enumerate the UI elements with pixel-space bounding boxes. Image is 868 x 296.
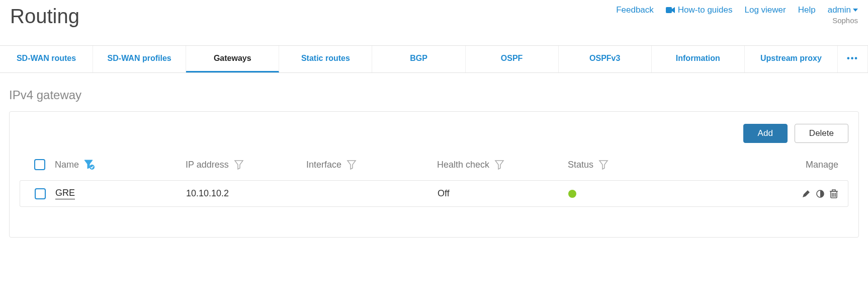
tab-more[interactable]: ••• <box>838 46 868 72</box>
col-ip-label: IP address <box>186 160 229 170</box>
svg-rect-0 <box>666 7 672 13</box>
filter-name-icon[interactable] <box>84 160 95 170</box>
admin-name: admin <box>828 5 851 15</box>
filter-ip-icon[interactable] <box>234 160 244 170</box>
col-status-label: Status <box>568 160 593 170</box>
main-section: IPv4 gateway Add Delete Name IP address <box>0 73 868 248</box>
tab-bgp[interactable]: BGP <box>372 46 465 72</box>
howto-guides-label: How-to guides <box>678 5 733 15</box>
toggle-icon[interactable] <box>816 189 825 198</box>
trash-icon[interactable] <box>830 189 838 198</box>
camera-icon <box>666 7 675 14</box>
tab-static-routes[interactable]: Static routes <box>279 46 372 72</box>
howto-guides-link[interactable]: How-to guides <box>666 5 733 15</box>
panel-actions: Add Delete <box>20 124 848 143</box>
gateway-health: Off <box>438 188 450 199</box>
row-checkbox[interactable] <box>35 188 46 199</box>
page-title: Routing <box>10 5 79 28</box>
section-title: IPv4 gateway <box>9 88 859 102</box>
tab-sdwan-profiles[interactable]: SD-WAN profiles <box>93 46 186 72</box>
tab-upstream-proxy[interactable]: Upstream proxy <box>745 46 838 72</box>
feedback-link[interactable]: Feedback <box>616 5 654 15</box>
gateway-table: Name IP address Interface <box>20 152 848 207</box>
gateway-panel: Add Delete Name IP address <box>9 111 859 238</box>
table-header-row: Name IP address Interface <box>20 152 848 177</box>
brand-label: Sophos <box>828 16 858 25</box>
filter-health-icon[interactable] <box>494 160 504 170</box>
page-header: Routing Feedback How-to guides Log viewe… <box>0 0 868 28</box>
select-all-checkbox[interactable] <box>34 159 45 170</box>
tab-ospf[interactable]: OSPF <box>466 46 559 72</box>
gateway-name-link[interactable]: GRE <box>55 188 75 199</box>
help-link[interactable]: Help <box>798 5 816 15</box>
caret-down-icon <box>853 9 858 12</box>
status-indicator-icon <box>568 190 576 198</box>
filter-status-icon[interactable] <box>598 160 609 170</box>
tab-information[interactable]: Information <box>652 46 745 72</box>
delete-button[interactable]: Delete <box>795 124 848 143</box>
tabs-bar: SD-WAN routes SD-WAN profiles Gateways S… <box>0 45 868 73</box>
col-interface-label: Interface <box>306 160 341 170</box>
log-viewer-link[interactable]: Log viewer <box>745 5 786 15</box>
edit-icon[interactable] <box>802 189 811 198</box>
svg-point-1 <box>90 165 95 170</box>
tab-sdwan-routes[interactable]: SD-WAN routes <box>0 46 93 72</box>
col-name-label: Name <box>55 160 79 170</box>
header-links: Feedback How-to guides Log viewer Help a… <box>616 5 858 25</box>
col-manage-label: Manage <box>806 160 838 170</box>
filter-interface-icon[interactable] <box>346 160 357 170</box>
table-row: GRE 10.10.10.2 Off <box>20 180 848 207</box>
user-menu: admin Sophos <box>828 5 858 25</box>
add-button[interactable]: Add <box>743 124 788 143</box>
col-health-label: Health check <box>437 160 489 170</box>
admin-dropdown[interactable]: admin <box>828 5 858 15</box>
gateway-ip: 10.10.10.2 <box>186 188 229 199</box>
tab-gateways[interactable]: Gateways <box>186 46 279 72</box>
tab-ospfv3[interactable]: OSPFv3 <box>559 46 652 72</box>
